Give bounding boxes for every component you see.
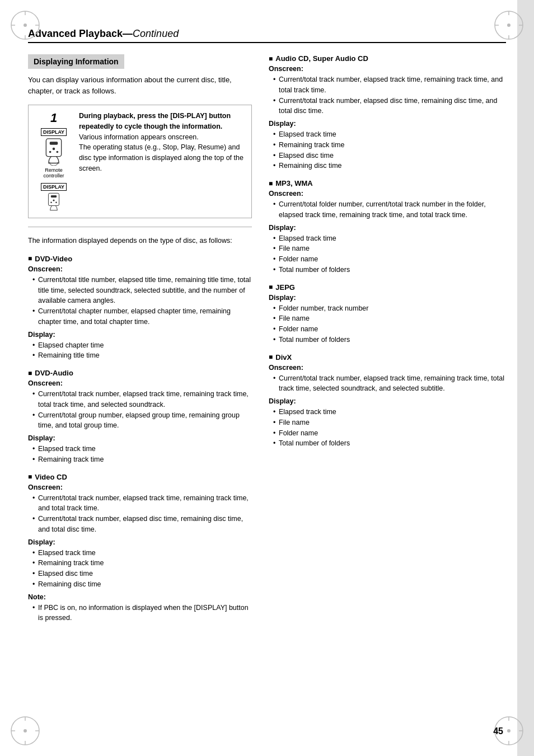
info-text: The information displayed depends on the… [28,236,252,246]
step-content: During playback, press the [DIS-PLAY] bu… [79,111,246,212]
list-item: Folder name [273,324,506,335]
list-item: Elapsed chapter time [32,340,252,351]
list-item: File name [273,313,506,324]
list-item: Remaining disc time [32,579,252,590]
step-number-area: 1 DISPLAY [34,111,73,212]
display-label-video-cd: Display: [28,538,252,546]
list-item: Elapsed track time [273,407,506,417]
page-wrapper: Advanced Playback—Continued Displaying I… [0,0,534,756]
step-icon-area: DISPLAY Remotecontroller [41,128,67,212]
list-item: File name [273,243,506,254]
section-title-box: Displaying Information [28,54,124,69]
list-item: Elapsed disc time [32,569,252,579]
onscreen-list-divx: Current/total track number, elapsed trac… [269,373,506,395]
svg-rect-29 [48,193,59,205]
onscreen-label-dvd-audio: Onscreen: [28,379,252,387]
list-item: Remaining track time [273,140,506,151]
note-list-video-cd: If PBC is on, no information is displaye… [28,603,252,624]
disc-title-mp3-wma: MP3, WMA [269,179,506,187]
list-item: If PBC is on, no information is displaye… [32,603,252,624]
disc-section-dvd-audio: DVD-AudioOnscreen:Current/total track nu… [28,369,252,465]
display-label-mp3-wma: Display: [269,224,506,232]
list-item: Current/total track number, elapsed disc… [273,96,506,117]
svg-rect-25 [50,142,58,144]
list-item: Current/total folder number, current/tot… [273,199,506,220]
display-label-bottom: DISPLAY [41,183,67,191]
list-item: Current/total track number, elapsed trac… [273,74,506,96]
svg-point-19 [507,729,510,732]
list-item: Total number of folders [273,438,506,449]
svg-point-33 [55,202,57,204]
svg-point-27 [49,151,51,153]
disc-section-dvd-video: DVD-VideoOnscreen:Current/total title nu… [28,255,252,361]
svg-rect-30 [51,195,57,198]
display-list-dvd-audio: Elapsed track timeRemaining track time [28,444,252,465]
list-item: Folder number, track number [273,303,506,314]
display-list-divx: Elapsed track timeFile nameFolder nameTo… [269,407,506,449]
onscreen-label-mp3-wma: Onscreen: [269,190,506,198]
list-item: Elapsed disc time [273,151,506,161]
page-header: Advanced Playback—Continued [28,28,506,43]
onscreen-list-dvd-video: Current/total title number, elapsed titl… [28,275,252,327]
disc-title-dvd-audio: DVD-Audio [28,369,252,377]
svg-point-13 [24,729,27,732]
svg-point-28 [57,151,59,153]
list-item: Total number of folders [273,335,506,345]
page-number: 45 [493,726,503,736]
list-item: Current/total track number, elapsed trac… [32,389,252,410]
remote-hand-icon-2 [45,192,62,212]
display-label-jepg: Display: [269,294,506,302]
gray-band [517,0,534,756]
disc-section-jepg: JEPGDisplay:Folder number, track numberF… [269,283,506,345]
divider [28,227,252,227]
onscreen-label-audio-cd: Onscreen: [269,65,506,73]
list-item: Remaining track time [32,454,252,465]
list-item: Current/total chapter number, elapsed ch… [32,306,252,327]
main-content: Displaying Information You can display v… [28,54,506,631]
display-label-divx: Display: [269,397,506,405]
disc-title-audio-cd: Audio CD, Super Audio CD [269,54,506,63]
step-box: 1 DISPLAY [28,105,252,218]
display-list-audio-cd: Elapsed track timeRemaining track timeEl… [269,129,506,171]
disc-section-mp3-wma: MP3, WMAOnscreen:Current/total folder nu… [269,179,506,275]
onscreen-list-mp3-wma: Current/total folder number, current/tot… [269,199,506,220]
list-item: Current/total track number, elapsed trac… [273,373,506,395]
list-item: Elapsed track time [32,548,252,558]
svg-point-1 [24,24,27,27]
right-sections: Audio CD, Super Audio CDOnscreen:Current… [269,54,506,449]
disc-section-divx: DivXOnscreen:Current/total track number,… [269,353,506,449]
list-item: Remaining disc time [273,161,506,171]
list-item: Elapsed track time [273,129,506,140]
list-item: Elapsed track time [273,233,506,244]
svg-point-7 [507,24,510,27]
svg-rect-24 [46,139,61,157]
intro-text: You can display various information abou… [28,74,252,96]
remote-controller-label: Remotecontroller [43,167,64,179]
disc-title-jepg: JEPG [269,283,506,292]
remote-hand-icon [43,138,65,166]
list-item: Total number of folders [273,265,506,275]
left-column: Displaying Information You can display v… [28,54,252,631]
display-label-audio-cd: Display: [269,120,506,128]
left-sections: DVD-VideoOnscreen:Current/total title nu… [28,255,252,623]
list-item: Current/total group number, elapsed grou… [32,410,252,431]
onscreen-list-dvd-audio: Current/total track number, elapsed trac… [28,389,252,431]
disc-title-dvd-video: DVD-Video [28,255,252,263]
list-item: Current/total track number, elapsed trac… [32,493,252,514]
svg-point-32 [50,202,52,204]
display-list-dvd-video: Elapsed chapter timeRemaining title time [28,340,252,361]
right-column: Audio CD, Super Audio CDOnscreen:Current… [269,54,506,631]
step-number: 1 [50,111,57,125]
onscreen-list-audio-cd: Current/total track number, elapsed trac… [269,74,506,116]
corner-tl [8,8,42,42]
onscreen-list-video-cd: Current/total track number, elapsed trac… [28,493,252,535]
list-item: Current/total title number, elapsed titl… [32,275,252,306]
corner-bl [8,714,42,748]
list-item: Folder name [273,428,506,439]
display-list-mp3-wma: Elapsed track timeFile nameFolder nameTo… [269,233,506,275]
disc-section-audio-cd: Audio CD, Super Audio CDOnscreen:Current… [269,54,506,171]
display-label-dvd-audio: Display: [28,434,252,442]
onscreen-label-dvd-video: Onscreen: [28,265,252,273]
note-label-video-cd: Note: [28,593,252,601]
display-label-top: DISPLAY [41,128,67,136]
